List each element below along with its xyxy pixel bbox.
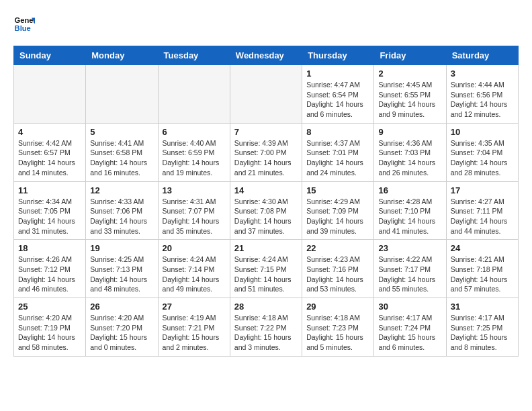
calendar-header-row: SundayMondayTuesdayWednesdayThursdayFrid… (14, 46, 519, 65)
svg-text:Blue: Blue (15, 24, 31, 32)
calendar-cell: 26Sunrise: 4:20 AM Sunset: 7:20 PM Dayli… (86, 298, 158, 357)
day-info: Sunrise: 4:25 AM Sunset: 7:13 PM Dayligh… (90, 255, 153, 294)
calendar-cell: 14Sunrise: 4:30 AM Sunset: 7:08 PM Dayli… (230, 181, 302, 240)
calendar-cell: 27Sunrise: 4:19 AM Sunset: 7:21 PM Dayli… (158, 298, 230, 357)
day-info: Sunrise: 4:28 AM Sunset: 7:10 PM Dayligh… (378, 197, 441, 236)
calendar-cell: 7Sunrise: 4:39 AM Sunset: 7:00 PM Daylig… (230, 123, 302, 181)
day-number: 29 (306, 302, 369, 312)
calendar-week-row: 25Sunrise: 4:20 AM Sunset: 7:19 PM Dayli… (14, 298, 519, 357)
day-info: Sunrise: 4:23 AM Sunset: 7:16 PM Dayligh… (306, 255, 369, 294)
calendar-table: SundayMondayTuesdayWednesdayThursdayFrid… (13, 46, 519, 357)
calendar-cell: 6Sunrise: 4:40 AM Sunset: 6:59 PM Daylig… (158, 123, 230, 181)
day-info: Sunrise: 4:22 AM Sunset: 7:17 PM Dayligh… (378, 255, 441, 294)
day-info: Sunrise: 4:41 AM Sunset: 6:58 PM Dayligh… (90, 138, 153, 178)
day-info: Sunrise: 4:35 AM Sunset: 7:04 PM Dayligh… (451, 138, 514, 178)
calendar-cell (158, 65, 230, 124)
day-number: 11 (18, 185, 81, 195)
calendar-cell: 22Sunrise: 4:23 AM Sunset: 7:16 PM Dayli… (302, 240, 374, 298)
day-info: Sunrise: 4:20 AM Sunset: 7:20 PM Dayligh… (90, 313, 153, 353)
day-number: 3 (451, 68, 514, 79)
day-number: 26 (90, 302, 153, 312)
day-number: 20 (163, 243, 226, 253)
logo: General Blue (13, 13, 35, 35)
day-number: 27 (163, 302, 226, 312)
day-info: Sunrise: 4:17 AM Sunset: 7:25 PM Dayligh… (451, 313, 514, 353)
day-info: Sunrise: 4:19 AM Sunset: 7:21 PM Dayligh… (163, 313, 226, 353)
day-info: Sunrise: 4:18 AM Sunset: 7:22 PM Dayligh… (234, 313, 298, 353)
day-number: 23 (378, 243, 441, 253)
day-number: 31 (451, 302, 514, 312)
day-info: Sunrise: 4:42 AM Sunset: 6:57 PM Dayligh… (18, 138, 81, 178)
day-info: Sunrise: 4:20 AM Sunset: 7:19 PM Dayligh… (18, 313, 81, 353)
calendar-cell: 31Sunrise: 4:17 AM Sunset: 7:25 PM Dayli… (446, 298, 518, 357)
day-number: 10 (451, 127, 514, 137)
calendar-cell: 2Sunrise: 4:45 AM Sunset: 6:55 PM Daylig… (374, 65, 446, 124)
weekday-header: Saturday (446, 46, 518, 65)
day-number: 12 (90, 185, 153, 195)
calendar-cell (14, 65, 86, 124)
day-number: 4 (18, 127, 81, 137)
calendar-cell: 3Sunrise: 4:44 AM Sunset: 6:56 PM Daylig… (446, 65, 518, 124)
calendar-cell: 23Sunrise: 4:22 AM Sunset: 7:17 PM Dayli… (374, 240, 446, 298)
calendar-cell: 4Sunrise: 4:42 AM Sunset: 6:57 PM Daylig… (14, 123, 86, 181)
calendar-week-row: 18Sunrise: 4:26 AM Sunset: 7:12 PM Dayli… (14, 240, 519, 298)
calendar-cell: 29Sunrise: 4:18 AM Sunset: 7:23 PM Dayli… (302, 298, 374, 357)
calendar-cell: 19Sunrise: 4:25 AM Sunset: 7:13 PM Dayli… (86, 240, 158, 298)
day-info: Sunrise: 4:47 AM Sunset: 6:54 PM Dayligh… (306, 80, 369, 120)
day-number: 24 (451, 243, 514, 253)
day-number: 8 (306, 127, 369, 137)
calendar-cell: 28Sunrise: 4:18 AM Sunset: 7:22 PM Dayli… (230, 298, 302, 357)
calendar-cell: 21Sunrise: 4:24 AM Sunset: 7:15 PM Dayli… (230, 240, 302, 298)
calendar-cell: 11Sunrise: 4:34 AM Sunset: 7:05 PM Dayli… (14, 181, 86, 240)
day-number: 7 (234, 127, 298, 137)
day-info: Sunrise: 4:34 AM Sunset: 7:05 PM Dayligh… (18, 197, 81, 236)
calendar-cell (86, 65, 158, 124)
day-number: 16 (378, 185, 441, 195)
day-number: 13 (163, 185, 226, 195)
svg-text:General: General (15, 16, 35, 24)
weekday-header: Thursday (302, 46, 374, 65)
calendar-week-row: 1Sunrise: 4:47 AM Sunset: 6:54 PM Daylig… (14, 65, 519, 124)
calendar-cell: 17Sunrise: 4:27 AM Sunset: 7:11 PM Dayli… (446, 181, 518, 240)
day-number: 9 (378, 127, 441, 137)
day-number: 30 (378, 302, 441, 312)
day-number: 17 (451, 185, 514, 195)
weekday-header: Wednesday (230, 46, 302, 65)
day-info: Sunrise: 4:24 AM Sunset: 7:15 PM Dayligh… (234, 255, 298, 294)
day-info: Sunrise: 4:24 AM Sunset: 7:14 PM Dayligh… (163, 255, 226, 294)
calendar-cell: 15Sunrise: 4:29 AM Sunset: 7:09 PM Dayli… (302, 181, 374, 240)
day-number: 22 (306, 243, 369, 253)
day-number: 6 (163, 127, 226, 137)
day-number: 21 (234, 243, 298, 253)
weekday-header: Tuesday (158, 46, 230, 65)
calendar-cell: 18Sunrise: 4:26 AM Sunset: 7:12 PM Dayli… (14, 240, 86, 298)
day-info: Sunrise: 4:44 AM Sunset: 6:56 PM Dayligh… (451, 80, 514, 120)
day-info: Sunrise: 4:26 AM Sunset: 7:12 PM Dayligh… (18, 255, 81, 294)
weekday-header: Friday (374, 46, 446, 65)
day-number: 5 (90, 127, 153, 137)
day-info: Sunrise: 4:36 AM Sunset: 7:03 PM Dayligh… (378, 138, 441, 178)
calendar-cell: 24Sunrise: 4:21 AM Sunset: 7:18 PM Dayli… (446, 240, 518, 298)
day-info: Sunrise: 4:30 AM Sunset: 7:08 PM Dayligh… (234, 197, 298, 236)
day-number: 2 (378, 68, 441, 79)
day-info: Sunrise: 4:33 AM Sunset: 7:06 PM Dayligh… (90, 197, 153, 236)
calendar-cell: 1Sunrise: 4:47 AM Sunset: 6:54 PM Daylig… (302, 65, 374, 124)
calendar-week-row: 11Sunrise: 4:34 AM Sunset: 7:05 PM Dayli… (14, 181, 519, 240)
calendar-cell: 5Sunrise: 4:41 AM Sunset: 6:58 PM Daylig… (86, 123, 158, 181)
day-info: Sunrise: 4:40 AM Sunset: 6:59 PM Dayligh… (163, 138, 226, 178)
day-info: Sunrise: 4:31 AM Sunset: 7:07 PM Dayligh… (163, 197, 226, 236)
calendar-cell: 25Sunrise: 4:20 AM Sunset: 7:19 PM Dayli… (14, 298, 86, 357)
weekday-header: Sunday (14, 46, 86, 65)
day-info: Sunrise: 4:45 AM Sunset: 6:55 PM Dayligh… (378, 80, 441, 120)
calendar-week-row: 4Sunrise: 4:42 AM Sunset: 6:57 PM Daylig… (14, 123, 519, 181)
page-header: General Blue (13, 13, 519, 35)
day-info: Sunrise: 4:39 AM Sunset: 7:00 PM Dayligh… (234, 138, 298, 178)
calendar-cell: 10Sunrise: 4:35 AM Sunset: 7:04 PM Dayli… (446, 123, 518, 181)
day-number: 1 (306, 68, 369, 79)
day-number: 14 (234, 185, 298, 195)
calendar-cell: 16Sunrise: 4:28 AM Sunset: 7:10 PM Dayli… (374, 181, 446, 240)
calendar-cell (230, 65, 302, 124)
day-number: 15 (306, 185, 369, 195)
day-info: Sunrise: 4:37 AM Sunset: 7:01 PM Dayligh… (306, 138, 369, 178)
day-number: 18 (18, 243, 81, 253)
